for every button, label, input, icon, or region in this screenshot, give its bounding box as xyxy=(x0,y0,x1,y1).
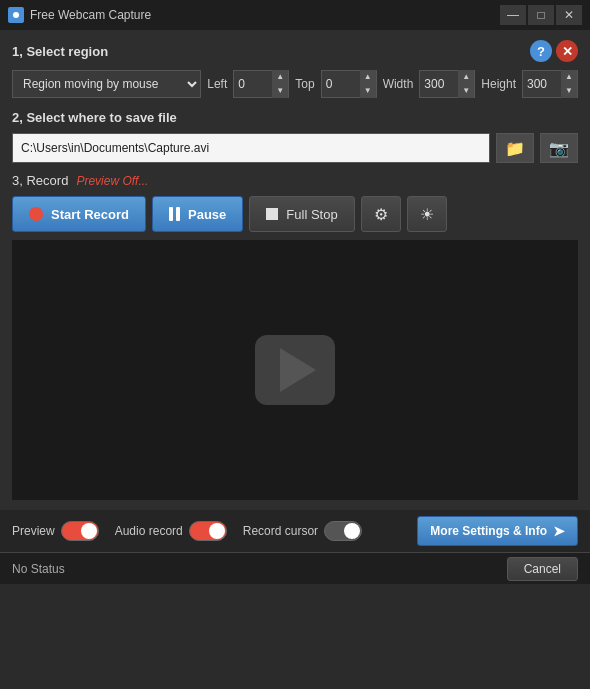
preview-toggle-knob xyxy=(81,523,97,539)
section1-close-button[interactable]: ✕ xyxy=(556,40,578,62)
fullstop-label: Full Stop xyxy=(286,207,337,222)
height-down-btn[interactable]: ▼ xyxy=(561,84,577,98)
settings-icon: ⚙ xyxy=(374,205,388,224)
cursor-toggle-knob xyxy=(344,523,360,539)
record-dot-icon xyxy=(29,207,43,221)
audio-toggle-label: Audio record xyxy=(115,524,183,538)
file-path-input[interactable] xyxy=(12,133,490,163)
status-text: No Status xyxy=(12,562,65,576)
section3-title: 3, Record xyxy=(12,173,68,188)
cursor-toggle[interactable] xyxy=(324,521,362,541)
preview-toggle-label: Preview xyxy=(12,524,55,538)
top-input-wrap: ▲ ▼ xyxy=(321,70,377,98)
browse-folder-button[interactable]: 📁 xyxy=(496,133,534,163)
top-spinners: ▲ ▼ xyxy=(360,70,376,98)
section2-header: 2, Select where to save file xyxy=(12,110,578,125)
region-select[interactable]: Region moving by mouse xyxy=(12,70,201,98)
section1-help-icons: ? ✕ xyxy=(530,40,578,62)
section1-header: 1, Select region ? ✕ xyxy=(12,40,578,62)
app-title: Free Webcam Capture xyxy=(30,8,500,22)
height-input[interactable] xyxy=(523,71,561,97)
left-input[interactable] xyxy=(234,71,272,97)
close-button[interactable]: ✕ xyxy=(556,5,582,25)
maximize-button[interactable]: □ xyxy=(528,5,554,25)
folder-icon: 📁 xyxy=(505,139,525,158)
width-label: Width xyxy=(383,77,414,91)
fullstop-button[interactable]: Full Stop xyxy=(249,196,354,232)
brightness-icon: ☀ xyxy=(420,205,434,224)
audio-toggle-group: Audio record xyxy=(115,521,227,541)
audio-toggle-knob xyxy=(209,523,225,539)
bottom-controls: Preview Audio record Record cursor More … xyxy=(0,510,590,552)
pause-icon xyxy=(169,207,180,221)
start-record-label: Start Record xyxy=(51,207,129,222)
more-settings-button[interactable]: More Settings & Info ➤ xyxy=(417,516,578,546)
height-label: Height xyxy=(481,77,516,91)
svg-point-1 xyxy=(13,12,19,18)
top-label: Top xyxy=(295,77,314,91)
section1-title: 1, Select region xyxy=(12,44,108,59)
width-down-btn[interactable]: ▼ xyxy=(458,84,474,98)
top-up-btn[interactable]: ▲ xyxy=(360,70,376,84)
camera-icon: 📷 xyxy=(549,139,569,158)
left-spinners: ▲ ▼ xyxy=(272,70,288,98)
height-up-btn[interactable]: ▲ xyxy=(561,70,577,84)
brightness-tool-button[interactable]: ☀ xyxy=(407,196,447,232)
left-label: Left xyxy=(207,77,227,91)
height-input-wrap: ▲ ▼ xyxy=(522,70,578,98)
stop-icon xyxy=(266,208,278,220)
region-row: Region moving by mouse Left ▲ ▼ Top ▲ ▼ … xyxy=(12,70,578,98)
minimize-button[interactable]: — xyxy=(500,5,526,25)
audio-toggle[interactable] xyxy=(189,521,227,541)
width-up-btn[interactable]: ▲ xyxy=(458,70,474,84)
cursor-toggle-group: Record cursor xyxy=(243,521,362,541)
preview-toggle-group: Preview xyxy=(12,521,99,541)
file-row: 📁 📷 xyxy=(12,133,578,163)
preview-status: Preview Off... xyxy=(76,174,148,188)
settings-tool-button[interactable]: ⚙ xyxy=(361,196,401,232)
section3-header: 3, Record Preview Off... xyxy=(12,173,578,188)
left-up-btn[interactable]: ▲ xyxy=(272,70,288,84)
statusbar: No Status Cancel xyxy=(0,552,590,584)
help-button[interactable]: ? xyxy=(530,40,552,62)
left-input-wrap: ▲ ▼ xyxy=(233,70,289,98)
cursor-toggle-label: Record cursor xyxy=(243,524,318,538)
width-input[interactable] xyxy=(420,71,458,97)
send-icon: ➤ xyxy=(553,523,565,539)
app-icon xyxy=(8,7,24,23)
preview-area xyxy=(12,240,578,500)
pause-label: Pause xyxy=(188,207,226,222)
cancel-button[interactable]: Cancel xyxy=(507,557,578,581)
record-buttons-row: Start Record Pause Full Stop ⚙ ☀ xyxy=(12,196,578,232)
start-record-button[interactable]: Start Record xyxy=(12,196,146,232)
pause-button[interactable]: Pause xyxy=(152,196,243,232)
preview-toggle[interactable] xyxy=(61,521,99,541)
titlebar: Free Webcam Capture — □ ✕ xyxy=(0,0,590,30)
window-controls: — □ ✕ xyxy=(500,5,582,25)
main-content: 1, Select region ? ✕ Region moving by mo… xyxy=(0,30,590,510)
width-spinners: ▲ ▼ xyxy=(458,70,474,98)
more-settings-label: More Settings & Info xyxy=(430,524,547,538)
top-input[interactable] xyxy=(322,71,360,97)
height-spinners: ▲ ▼ xyxy=(561,70,577,98)
play-button[interactable] xyxy=(255,335,335,405)
left-down-btn[interactable]: ▼ xyxy=(272,84,288,98)
top-down-btn[interactable]: ▼ xyxy=(360,84,376,98)
section2-title: 2, Select where to save file xyxy=(12,110,177,125)
camera-button[interactable]: 📷 xyxy=(540,133,578,163)
width-input-wrap: ▲ ▼ xyxy=(419,70,475,98)
play-triangle-icon xyxy=(280,348,316,392)
